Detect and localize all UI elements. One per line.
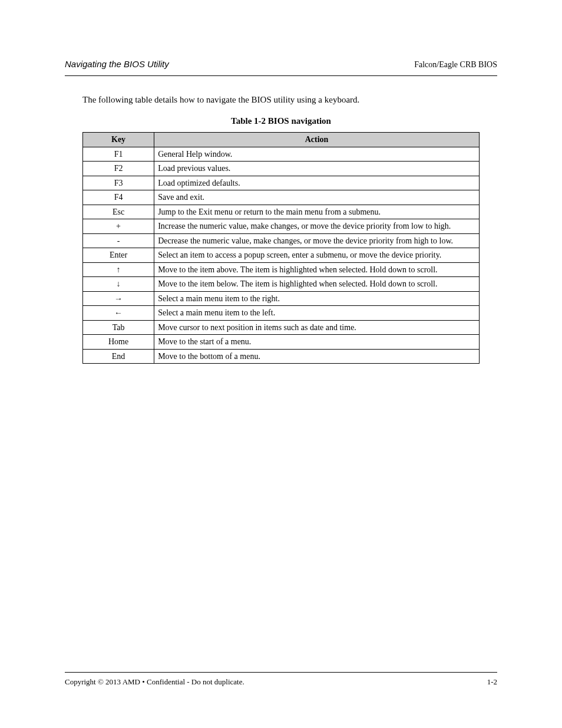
cell-action: Move to the item above. The item is high…	[154, 262, 480, 277]
arrow-right-icon: →	[114, 294, 123, 303]
cell-key: F4	[83, 190, 154, 205]
cell-key: ↓	[83, 277, 154, 292]
footer-left-text: Copyright © 2013 AMD • Confidential - Do…	[65, 677, 244, 687]
body: The following table details how to navig…	[65, 76, 497, 364]
table-row: ← Select a main menu item to the left.	[83, 306, 480, 321]
cell-action: Load optimized defaults.	[154, 176, 480, 190]
cell-key: -	[83, 233, 154, 248]
footer-divider	[65, 672, 497, 673]
table-row: F1 General Help window.	[83, 147, 480, 162]
cell-key: F3	[83, 176, 154, 190]
page-header: Navigating the BIOS Utility Falcon/Eagle…	[65, 59, 497, 70]
header-right-text: Falcon/Eagle CRB BIOS	[414, 60, 497, 70]
navigation-table: Key Action F1 General Help window. F2 Lo…	[82, 132, 480, 364]
table-row: ↑ Move to the item above. The item is hi…	[83, 262, 480, 277]
table-row: → Select a main menu item to the right.	[83, 291, 480, 306]
table-caption: Table 1-2 BIOS navigation	[82, 116, 480, 126]
table-header-row: Key Action	[83, 133, 480, 147]
cell-action: Select a main menu item to the right.	[154, 291, 480, 306]
cell-key: Tab	[83, 320, 154, 335]
cell-action: Increase the numeric value, make changes…	[154, 219, 480, 234]
table-row: F4 Save and exit.	[83, 190, 480, 205]
cell-action: Decrease the numeric value, make changes…	[154, 233, 480, 248]
cell-key: Esc	[83, 205, 154, 219]
footer-page-number: 1-2	[487, 677, 497, 687]
table-row: Esc Jump to the Exit menu or return to t…	[83, 205, 480, 219]
cell-key: F1	[83, 147, 154, 162]
intro-paragraph: The following table details how to navig…	[82, 94, 480, 106]
arrow-up-icon: ↑	[117, 265, 121, 274]
arrow-down-icon: ↓	[117, 279, 121, 288]
table-row: ↓ Move to the item below. The item is hi…	[83, 277, 480, 292]
cell-action: Move to the item below. The item is high…	[154, 277, 480, 292]
cell-action: Move cursor to next position in items su…	[154, 320, 480, 335]
cell-action: Save and exit.	[154, 190, 480, 205]
cell-key: End	[83, 349, 154, 364]
header-left-text: Navigating the BIOS Utility	[65, 59, 169, 69]
cell-action: Select an item to access a popup screen,…	[154, 248, 480, 263]
arrow-left-icon: ←	[114, 308, 123, 317]
table-row: Enter Select an item to access a popup s…	[83, 248, 480, 263]
table-row: Tab Move cursor to next position in item…	[83, 320, 480, 335]
table-row: F3 Load optimized defaults.	[83, 176, 480, 190]
cell-action: Move to the bottom of a menu.	[154, 349, 480, 364]
cell-key: F2	[83, 162, 154, 176]
col-header-key: Key	[83, 133, 154, 147]
cell-action: Jump to the Exit menu or return to the m…	[154, 205, 480, 219]
cell-action: Select a main menu item to the left.	[154, 306, 480, 321]
cell-key: ←	[83, 306, 154, 321]
table-row: F2 Load previous values.	[83, 162, 480, 176]
cell-key: +	[83, 219, 154, 234]
table-row: - Decrease the numeric value, make chang…	[83, 233, 480, 248]
page-footer: Copyright © 2013 AMD • Confidential - Do…	[65, 672, 497, 687]
cell-action: Move to the start of a menu.	[154, 335, 480, 350]
cell-key: ↑	[83, 262, 154, 277]
col-header-action: Action	[154, 133, 480, 147]
table-row: Home Move to the start of a menu.	[83, 335, 480, 350]
cell-action: General Help window.	[154, 147, 480, 162]
table-row: + Increase the numeric value, make chang…	[83, 219, 480, 234]
cell-key: Enter	[83, 248, 154, 263]
page: Navigating the BIOS Utility Falcon/Eagle…	[0, 0, 562, 728]
cell-key: →	[83, 291, 154, 306]
cell-action: Load previous values.	[154, 162, 480, 176]
cell-key: Home	[83, 335, 154, 350]
table-row: End Move to the bottom of a menu.	[83, 349, 480, 364]
